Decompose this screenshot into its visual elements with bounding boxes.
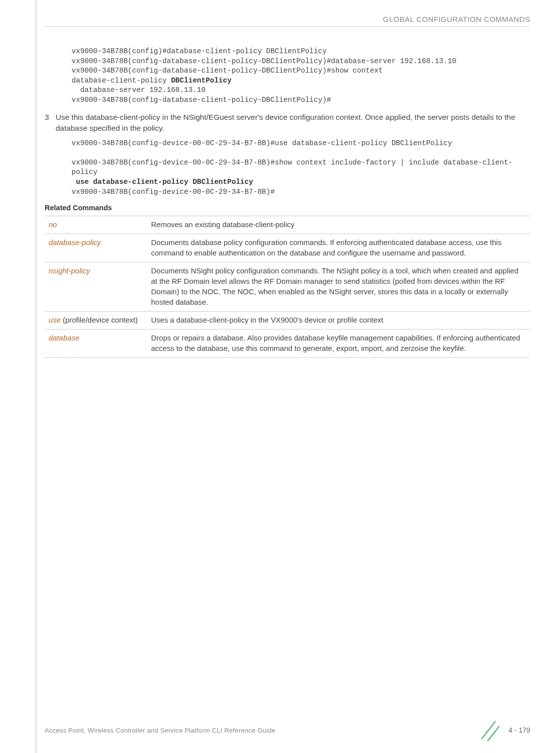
cmd-name: use xyxy=(49,316,61,324)
step-number: 3 xyxy=(45,112,56,133)
table-row: database-policy Documents database polic… xyxy=(45,234,530,262)
cmd-cell: use (profile/device context) xyxy=(45,312,147,330)
cmd-suffix: (profile/device context) xyxy=(61,316,138,324)
page-footer: Access Point, Wireless Controller and Se… xyxy=(45,719,530,741)
step-text: Use this database-client-policy in the N… xyxy=(56,112,530,133)
code-line: vx9000-34B78B(config-database-client-pol… xyxy=(72,67,383,75)
desc-cell: Uses a database-client-policy in the VX9… xyxy=(147,312,530,330)
cmd-name: database-policy xyxy=(49,238,101,247)
header-rule xyxy=(45,26,530,27)
code-block-1: vx9000-34B78B(config)#database-client-po… xyxy=(72,47,530,105)
desc-cell: Documents database policy configuration … xyxy=(147,234,530,262)
cmd-name: nsight-policy xyxy=(49,266,90,275)
cmd-name: database xyxy=(49,334,80,342)
desc-cell: Documents NSight policy configuration co… xyxy=(147,262,530,312)
footer-slash-icon xyxy=(478,719,499,741)
code-line: vx9000-34B78B(config-device-00-0C-29-34-… xyxy=(72,159,513,176)
page-number: 4 - 179 xyxy=(508,726,530,734)
page-header: GLOBAL CONFIGURATION COMMANDS xyxy=(45,15,530,23)
code-line: database-client-policy xyxy=(72,77,171,84)
cmd-name: no xyxy=(49,220,57,229)
desc-cell: Drops or repairs a database. Also provid… xyxy=(147,330,530,358)
cmd-cell: no xyxy=(45,216,147,234)
cmd-cell: nsight-policy xyxy=(45,262,147,312)
step-3: 3 Use this database-client-policy in the… xyxy=(45,112,530,133)
code-bold: use database-client-policy DBClientPolic… xyxy=(72,178,253,186)
related-commands-table: no Removes an existing database-client-p… xyxy=(45,216,530,358)
code-block-2: vx9000-34B78B(config-device-00-0C-29-34-… xyxy=(72,139,530,197)
code-line: database-server 192.168.13.10 xyxy=(72,86,206,94)
code-line: vx9000-34B78B(config-database-client-pol… xyxy=(72,57,456,65)
code-line: vx9000-34B78B(config)#database-client-po… xyxy=(72,47,326,55)
table-row: no Removes an existing database-client-p… xyxy=(45,216,530,234)
code-bold: DBClientPolicy xyxy=(171,77,232,84)
cmd-cell: database-policy xyxy=(45,234,147,262)
cmd-cell: database xyxy=(45,330,147,358)
footer-title: Access Point, Wireless Controller and Se… xyxy=(45,727,275,734)
code-line: vx9000-34B78B(config-device-00-0C-29-34-… xyxy=(72,139,452,147)
svg-line-0 xyxy=(481,721,495,739)
table-row: database Drops or repairs a database. Al… xyxy=(45,330,530,358)
related-commands-label: Related Commands xyxy=(45,204,530,212)
table-row: use (profile/device context) Uses a data… xyxy=(45,312,530,330)
desc-cell: Removes an existing database-client-poli… xyxy=(147,216,530,234)
code-line: vx9000-34B78B(config-device-00-0C-29-34-… xyxy=(72,188,275,196)
table-row: nsight-policy Documents NSight policy co… xyxy=(45,262,530,312)
code-line: vx9000-34B78B(config-database-client-pol… xyxy=(72,96,331,104)
